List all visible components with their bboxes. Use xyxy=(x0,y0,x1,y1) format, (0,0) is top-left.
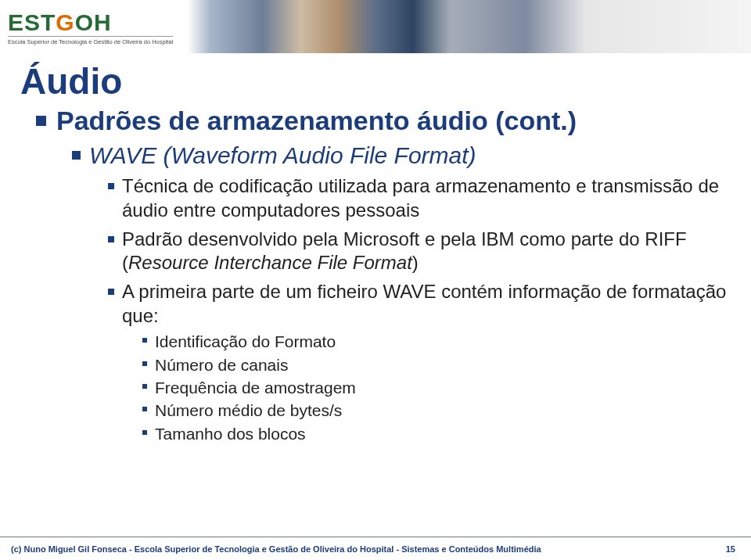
bullet-l4-4-text: Tamanho dos blocos xyxy=(155,425,306,443)
footer: (c) Nuno Miguel Gil Fonseca - Escola Sup… xyxy=(0,537,751,560)
bullet-l3-2-text: A primeira parte de um ficheiro WAVE con… xyxy=(122,281,726,326)
header-banner: ESTGOH Escola Superior de Tecnologia e G… xyxy=(0,0,751,53)
slide: ESTGOH Escola Superior de Tecnologia e G… xyxy=(0,0,751,560)
bullet-l4-0-text: Identificação do Formato xyxy=(155,332,336,350)
bullet-l1: Padrões de armazenamento áudio (cont.) W… xyxy=(36,105,728,444)
logo-prefix: EST xyxy=(8,9,56,35)
bullet-l4: Frequência de amostragem xyxy=(142,377,728,398)
bullet-l2: WAVE (Waveform Audio File Format) Técnic… xyxy=(72,142,728,444)
bullet-l1-text: Padrões de armazenamento áudio (cont.) xyxy=(56,106,577,135)
logo-main: ESTGOH xyxy=(8,11,173,34)
bullet-list-level4: Identificação do Formato Número de canai… xyxy=(122,331,728,443)
bullet-l4-1-text: Número de canais xyxy=(155,356,288,374)
slide-title: Áudio xyxy=(20,63,728,100)
bullet-l4: Número médio de bytes/s xyxy=(142,400,728,421)
bullet-l3: Técnica de codificação utilizada para ar… xyxy=(108,174,728,222)
bullet-l3-1b-text: Resource Interchance File Format xyxy=(128,252,412,273)
bullet-l4: Número de canais xyxy=(142,354,728,375)
content-area: Áudio Padrões de armazenamento áudio (co… xyxy=(0,56,751,449)
bullet-l2-text: WAVE (Waveform Audio File Format) xyxy=(89,142,476,168)
logo-g: G xyxy=(56,9,74,35)
page-number: 15 xyxy=(712,544,740,554)
bullet-list-level3: Técnica de codificação utilizada para ar… xyxy=(89,174,728,444)
footer-text: (c) Nuno Miguel Gil Fonseca - Escola Sup… xyxy=(11,544,712,554)
bullet-l4-3-text: Número médio de bytes/s xyxy=(155,401,342,419)
bullet-list-level1: Padrões de armazenamento áudio (cont.) W… xyxy=(20,105,728,444)
bullet-l4: Tamanho dos blocos xyxy=(142,423,728,444)
logo: ESTGOH Escola Superior de Tecnologia e G… xyxy=(0,0,178,53)
logo-suffix: OH xyxy=(75,9,112,35)
bullet-l3: Padrão desenvolvido pela Microsoft e pel… xyxy=(108,228,728,275)
bullet-l4-2-text: Frequência de amostragem xyxy=(155,379,356,397)
bullet-list-level2: WAVE (Waveform Audio File Format) Técnic… xyxy=(56,142,728,444)
logo-subtext: Escola Superior de Tecnologia e Gestão d… xyxy=(8,36,173,45)
bullet-l4: Identificação do Formato xyxy=(142,331,728,352)
bullet-l3-1c-text: ) xyxy=(412,252,419,273)
bullet-l3: A primeira parte de um ficheiro WAVE con… xyxy=(108,280,728,444)
bullet-l3-0-text: Técnica de codificação utilizada para ar… xyxy=(122,175,719,221)
